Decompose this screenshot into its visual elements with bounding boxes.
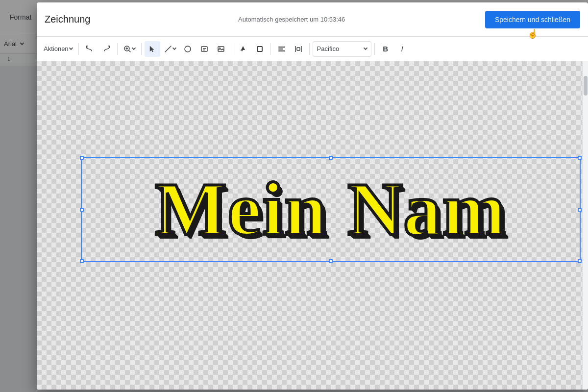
svg-line-1 xyxy=(129,50,130,52)
shape-tool-icon xyxy=(184,45,192,53)
font-selector[interactable]: Pacifico xyxy=(313,41,371,57)
bold-icon: B xyxy=(383,45,388,53)
zoom-button[interactable] xyxy=(121,41,138,57)
svg-rect-6 xyxy=(201,47,207,51)
cursor-icon: ☝ xyxy=(527,28,538,39)
line-tool-icon xyxy=(164,45,172,53)
toolbar-divider-7 xyxy=(374,43,375,55)
aktionen-button[interactable]: Aktionen xyxy=(41,41,75,57)
cursor-arrow-icon xyxy=(148,45,156,53)
toolbar-divider-5 xyxy=(270,43,271,55)
toolbar-divider-6 xyxy=(309,43,310,55)
italic-icon: I xyxy=(401,45,403,53)
save-close-button-wrapper[interactable]: Speichern und schließen ☝ xyxy=(485,11,580,28)
distribute-button[interactable] xyxy=(291,41,306,57)
scrollbar-thumb[interactable] xyxy=(584,76,588,96)
toolbar-divider-1 xyxy=(78,43,79,55)
svg-rect-14 xyxy=(297,48,300,50)
svg-rect-11 xyxy=(257,47,262,51)
dialog-title: Zeichnung xyxy=(45,14,90,25)
canvas-text-content: Mein Nam xyxy=(155,172,507,247)
border-color-button[interactable] xyxy=(252,41,268,57)
svg-point-5 xyxy=(185,46,191,52)
font-name-text: Pacifico xyxy=(317,45,340,52)
font-chevron-icon xyxy=(363,46,367,50)
drawing-canvas[interactable]: Mein Nam xyxy=(37,61,588,390)
toolbar-divider-4 xyxy=(232,43,232,55)
dialog-header: Zeichnung Automatisch gespeichert um 10:… xyxy=(37,2,588,37)
dialog-toolbar: Aktionen xyxy=(37,37,588,61)
drawing-dialog: Zeichnung Automatisch gespeichert um 10:… xyxy=(37,2,588,390)
image-tool-button[interactable] xyxy=(213,41,229,57)
svg-line-4 xyxy=(165,46,171,52)
zoom-chevron-icon xyxy=(131,46,135,50)
image-icon xyxy=(217,45,225,53)
toolbar-divider-2 xyxy=(117,43,118,55)
save-close-button[interactable]: Speichern und schließen xyxy=(485,11,580,28)
autosave-text: Automatisch gespeichert um 10:53:46 xyxy=(98,16,485,23)
distribute-icon xyxy=(294,45,302,53)
select-tool-button[interactable] xyxy=(145,41,160,57)
undo-icon xyxy=(86,45,94,53)
undo-button[interactable] xyxy=(82,41,98,57)
align-left-icon xyxy=(278,47,285,51)
italic-button[interactable]: I xyxy=(394,41,410,57)
fill-color-button[interactable] xyxy=(235,41,251,57)
shape-tool-button[interactable] xyxy=(180,41,196,57)
toolbar-divider-3 xyxy=(141,43,142,55)
zoom-icon xyxy=(123,45,131,53)
fill-color-icon xyxy=(239,45,247,53)
line-tool-button[interactable] xyxy=(161,41,179,57)
canvas-scrollbar[interactable] xyxy=(582,61,588,390)
aktionen-chevron-icon xyxy=(69,46,73,50)
redo-button[interactable] xyxy=(98,41,114,57)
align-left-button[interactable] xyxy=(274,41,290,57)
line-chevron-icon xyxy=(172,46,176,50)
text-element-selected[interactable]: Mein Nam xyxy=(81,157,581,262)
bold-button[interactable]: B xyxy=(378,41,393,57)
redo-icon xyxy=(102,45,110,53)
textbox-icon xyxy=(200,45,208,53)
border-color-icon xyxy=(256,45,264,53)
aktionen-label: Aktionen xyxy=(44,45,69,52)
textbox-tool-button[interactable] xyxy=(196,41,212,57)
